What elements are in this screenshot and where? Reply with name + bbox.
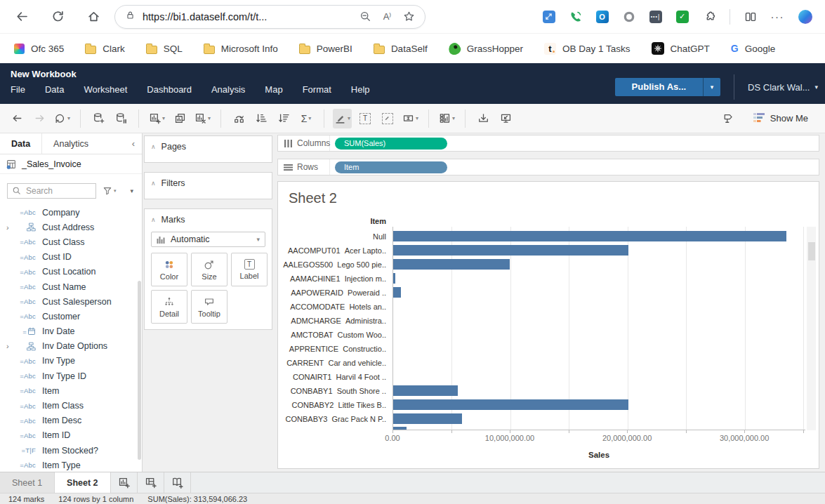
address-bar[interactable]: https://bi1.dataself.com/t/t... A)	[114, 5, 425, 29]
menu-map[interactable]: Map	[265, 84, 282, 95]
collapse-pane-button[interactable]: ‹	[132, 133, 142, 154]
columns-shelf[interactable]: Columns SUM(Sales)	[277, 135, 819, 152]
refresh-icon[interactable]	[51, 10, 65, 23]
field-item-class[interactable]: =AbcItem Class	[0, 398, 142, 413]
field-inv-type-id[interactable]: =AbcInv Type ID	[0, 369, 142, 383]
data-source-row[interactable]: _Sales_Invoice	[0, 154, 142, 174]
duplicate-sheet-button[interactable]	[171, 109, 189, 128]
fields-menu-button[interactable]: ▾	[130, 187, 135, 194]
more-icon[interactable]: ···	[771, 11, 785, 22]
field-inv-date-options[interactable]: ›Inv Date Options	[0, 339, 142, 354]
favorite-star-icon[interactable]	[403, 11, 415, 22]
green-check-icon[interactable]: ✓	[676, 11, 689, 23]
new-worksheet-tab-button[interactable]	[111, 472, 138, 493]
field-company[interactable]: =AbcCompany	[0, 205, 142, 220]
swap-axes-button[interactable]	[230, 109, 248, 128]
bar-aalegos500[interactable]	[393, 259, 510, 270]
zoom-out-icon[interactable]	[359, 11, 371, 22]
field-cust-id[interactable]: =AbcCust ID	[0, 250, 142, 265]
tab-analytics[interactable]: Analytics	[41, 133, 100, 154]
field-item-type[interactable]: =AbcItem Type	[0, 458, 142, 472]
field-inv-date[interactable]: =Inv Date	[0, 324, 142, 339]
bar-partial-next-row[interactable]	[393, 427, 407, 430]
bar-aapoweraid[interactable]	[393, 287, 401, 298]
new-worksheet-button[interactable]: ▾	[147, 109, 166, 128]
phone-icon[interactable]	[569, 11, 582, 23]
chart-scrollbar-thumb[interactable]	[808, 242, 815, 260]
field-item-stocked[interactable]: =T|FItem Stocked?	[0, 443, 142, 458]
row-label[interactable]: CONBABY1 South Shore ..	[278, 384, 389, 398]
rows-shelf[interactable]: Rows Item	[277, 159, 819, 175]
home-icon[interactable]	[87, 10, 100, 23]
menu-format[interactable]: Format	[303, 84, 331, 95]
collapse-chevron-icon[interactable]: ∧	[151, 180, 156, 187]
chart-scrollbar[interactable]	[807, 227, 816, 430]
search-input[interactable]: Search	[7, 183, 96, 199]
download-button[interactable]	[474, 109, 492, 128]
mark-type-dropdown[interactable]: Automatic ▾	[151, 232, 265, 247]
tooltip-button[interactable]: Tooltip	[191, 290, 227, 324]
show-me-button[interactable]: Show Me	[753, 113, 808, 124]
password-dots-icon[interactable]: •••|	[649, 11, 662, 23]
fields-scrollbar[interactable]	[138, 281, 141, 460]
pill-item[interactable]: Item	[335, 161, 447, 173]
bookmark-sql[interactable]: SQL	[146, 44, 183, 54]
collapse-chevron-icon[interactable]: ∧	[151, 143, 156, 150]
bookmark-powerbi[interactable]: PowerBI	[299, 44, 352, 54]
field-cust-salesperson[interactable]: =AbcCust Salesperson	[0, 294, 142, 309]
bookmark-microsoft-info[interactable]: Microsoft Info	[204, 44, 278, 54]
field-cust-name[interactable]: =AbcCust Name	[0, 279, 142, 294]
row-label[interactable]: CONAIRT1 Harvil 4 Foot ..	[278, 370, 389, 384]
bookmark-chatgpt[interactable]: ChatGPT	[652, 42, 710, 55]
row-label[interactable]: CONBABY2 Little Tikes B..	[278, 398, 389, 412]
loop-icon[interactable]	[623, 11, 635, 23]
bookmark-google[interactable]: GGoogle	[731, 43, 775, 54]
publish-as-button[interactable]: Publish As...	[615, 78, 704, 96]
row-label[interactable]: AMCTOBAT Custom Woo..	[278, 328, 389, 342]
color-button[interactable]: Color	[151, 253, 187, 286]
copilot-icon[interactable]	[798, 10, 812, 24]
pause-updates-button[interactable]	[112, 109, 130, 128]
sheet-tab-sheet-1[interactable]: Sheet 1	[0, 472, 55, 493]
menu-file[interactable]: File	[11, 84, 25, 95]
clear-sheet-button[interactable]: ▾	[193, 109, 212, 128]
bar-aamachine1[interactable]	[393, 273, 395, 284]
field-cust-class[interactable]: =AbcCust Class	[0, 234, 142, 249]
new-datasource-button[interactable]	[89, 109, 107, 128]
menu-help[interactable]: Help	[351, 84, 370, 95]
row-label[interactable]: AAMACHINE1 Injection m..	[278, 272, 389, 286]
row-label[interactable]: ADMCHARGE Administra..	[278, 314, 389, 328]
sheet-tab-sheet-2[interactable]: Sheet 2	[55, 472, 110, 493]
new-story-button[interactable]	[164, 472, 191, 493]
bookmark-clark[interactable]: Clark	[85, 44, 125, 54]
size-button[interactable]: Size	[191, 253, 227, 286]
publish-caret-button[interactable]: ▾	[703, 78, 720, 96]
row-label[interactable]: CARRENT Car and vehicle..	[278, 356, 389, 370]
bookmark-grasshopper[interactable]: GrassHopper	[449, 43, 523, 55]
menu-dashboard[interactable]: Dashboard	[147, 84, 192, 95]
share-button[interactable]	[719, 109, 737, 128]
show-mark-labels-button[interactable]: T	[356, 109, 374, 128]
field-item-desc[interactable]: =AbcItem Desc	[0, 413, 142, 428]
bar-conbaby3[interactable]	[393, 413, 462, 424]
bookmark-ofc-365[interactable]: Ofc 365	[14, 44, 64, 54]
menu-data[interactable]: Data	[45, 84, 64, 95]
row-label[interactable]: Null	[278, 230, 389, 244]
bar-conbaby1[interactable]	[393, 385, 458, 396]
field-item-id[interactable]: =AbcItem ID	[0, 428, 142, 443]
undo-button[interactable]	[8, 109, 26, 128]
bar-conbaby2[interactable]	[393, 399, 628, 410]
detail-button[interactable]: Detail	[151, 290, 187, 324]
totals-button[interactable]: Σ▾	[297, 109, 315, 128]
pill-sum-sales[interactable]: SUM(Sales)	[335, 138, 447, 150]
cell-size-button[interactable]: ▾	[401, 109, 420, 128]
outlook-icon[interactable]: O	[596, 11, 609, 23]
menu-worksheet[interactable]: Worksheet	[84, 84, 127, 95]
tab-data[interactable]: Data	[0, 133, 41, 154]
collapse-chevron-icon[interactable]: ∧	[151, 216, 156, 223]
bar-null[interactable]	[393, 231, 786, 241]
split-screen-icon[interactable]	[744, 11, 757, 23]
menu-analysis[interactable]: Analysis	[211, 84, 245, 95]
row-field-header[interactable]: Item	[278, 217, 389, 225]
bookmark-dataself[interactable]: DataSelf	[374, 44, 428, 54]
